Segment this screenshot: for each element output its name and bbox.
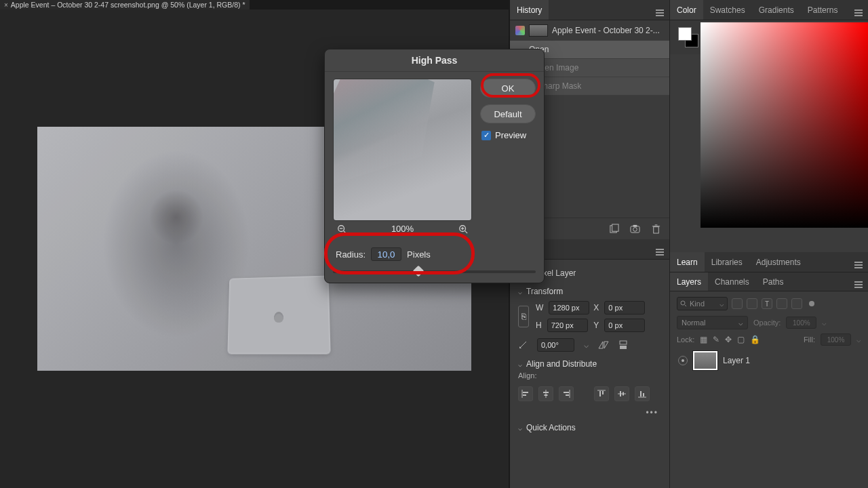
- layer-kind-filter[interactable]: Kind ⌵: [677, 297, 728, 310]
- foreground-color-swatch[interactable]: [678, 27, 692, 41]
- color-field[interactable]: [701, 22, 868, 228]
- trash-icon[interactable]: [651, 224, 661, 234]
- angle-input[interactable]: [537, 338, 574, 352]
- new-document-icon[interactable]: [609, 224, 619, 234]
- y-input[interactable]: [604, 319, 645, 332]
- history-snapshot-row[interactable]: Apple Event - October 30 2-...: [510, 20, 669, 41]
- y-label: Y: [593, 321, 599, 330]
- svg-rect-15: [620, 341, 627, 344]
- slider-thumb[interactable]: [412, 266, 424, 277]
- zoom-level-label: 100%: [391, 224, 414, 234]
- history-panel-tabs: History: [510, 0, 669, 20]
- layer-row[interactable]: Layer 1: [677, 346, 861, 375]
- ok-button[interactable]: OK: [480, 79, 536, 98]
- lock-artboard-icon[interactable]: ▢: [737, 335, 745, 344]
- link-wh-icon[interactable]: ⎘: [518, 306, 529, 327]
- tab-patterns[interactable]: Patterns: [801, 0, 845, 20]
- opacity-value[interactable]: 100%: [786, 317, 816, 329]
- default-button[interactable]: Default: [480, 104, 536, 123]
- angle-dropdown-icon[interactable]: ⌵: [584, 340, 589, 350]
- align-bottom-icon[interactable]: [635, 386, 650, 401]
- lock-position-icon[interactable]: ✥: [725, 335, 732, 344]
- svg-rect-19: [523, 394, 526, 396]
- transform-section-header[interactable]: Transform: [518, 281, 661, 299]
- history-brush-icon: [515, 26, 525, 35]
- lock-transparency-icon[interactable]: ▦: [700, 335, 707, 344]
- filter-type-icon[interactable]: T: [762, 298, 772, 309]
- blend-mode-select[interactable]: Normal⌵: [677, 316, 748, 329]
- filter-smartobj-icon[interactable]: [791, 298, 802, 309]
- panel-menu-icon[interactable]: [650, 243, 669, 256]
- more-options-icon[interactable]: •••: [518, 405, 661, 418]
- align-sublabel: Align:: [518, 371, 661, 382]
- camera-icon[interactable]: [630, 224, 640, 234]
- radius-input[interactable]: [371, 247, 401, 261]
- image-content-laptop: [227, 276, 330, 354]
- fill-value[interactable]: 100%: [821, 333, 851, 346]
- radius-slider[interactable]: [333, 270, 536, 273]
- align-right-icon[interactable]: [559, 386, 574, 401]
- svg-rect-22: [545, 394, 548, 396]
- panel-menu-icon[interactable]: [849, 275, 868, 288]
- lock-pixels-icon[interactable]: ✎: [713, 335, 719, 344]
- flip-horizontal-icon[interactable]: [598, 340, 609, 350]
- x-label: X: [593, 303, 599, 312]
- tab-swatches[interactable]: Swatches: [703, 0, 752, 20]
- width-input[interactable]: [549, 301, 589, 314]
- tab-gradients[interactable]: Gradients: [752, 0, 801, 20]
- properties-panel-body: Pixel Layer Transform ⎘ W H X Y ⌵ Align …: [510, 260, 669, 441]
- filter-shape-icon[interactable]: [776, 298, 787, 309]
- foreground-background-swatch[interactable]: [678, 27, 698, 47]
- svg-rect-16: [620, 346, 627, 349]
- opacity-label: Opacity:: [753, 319, 781, 327]
- panel-menu-icon[interactable]: [849, 256, 868, 268]
- lock-label: Lock:: [677, 336, 694, 344]
- preview-checkbox[interactable]: ✓: [481, 131, 491, 140]
- filter-pixel-icon[interactable]: [732, 298, 743, 309]
- layer-name[interactable]: Layer 1: [723, 356, 750, 365]
- kind-label: Kind: [690, 300, 705, 308]
- tab-history[interactable]: History: [510, 0, 549, 20]
- panel-menu-icon[interactable]: [650, 3, 669, 16]
- align-section-header[interactable]: Align and Distribute: [518, 354, 661, 371]
- chevron-down-icon[interactable]: ⌵: [822, 319, 827, 327]
- svg-rect-30: [620, 391, 621, 396]
- h-label: H: [536, 321, 542, 330]
- tab-channels[interactable]: Channels: [708, 272, 756, 291]
- tab-layers[interactable]: Layers: [670, 272, 708, 291]
- align-top-icon[interactable]: [594, 386, 609, 401]
- align-hcenter-icon[interactable]: [538, 386, 553, 401]
- x-input[interactable]: [604, 301, 645, 314]
- layer-thumbnail[interactable]: [693, 351, 717, 370]
- zoom-in-icon[interactable]: [458, 224, 468, 234]
- high-pass-dialog: High Pass 100% OK Default ✓ Preview Radi…: [324, 49, 545, 283]
- rotate-icon: [518, 340, 528, 350]
- history-thumbnail: [529, 24, 548, 37]
- svg-rect-11: [633, 225, 637, 227]
- panel-menu-icon[interactable]: [849, 3, 868, 16]
- filter-preview-thumbnail[interactable]: [333, 79, 472, 221]
- svg-point-35: [681, 301, 685, 305]
- preview-label: Preview: [495, 130, 526, 140]
- flip-vertical-icon[interactable]: [618, 340, 628, 350]
- tab-paths[interactable]: Paths: [756, 272, 791, 291]
- zoom-out-icon[interactable]: [337, 224, 347, 234]
- tab-adjustments[interactable]: Adjustments: [749, 252, 808, 272]
- history-doc-name: Apple Event - October 30 2-...: [552, 26, 660, 35]
- tab-learn[interactable]: Learn: [670, 252, 705, 272]
- lock-all-icon[interactable]: 🔒: [750, 335, 760, 344]
- quick-actions-header[interactable]: Quick Actions: [518, 418, 661, 435]
- chevron-down-icon[interactable]: ⌵: [856, 336, 861, 344]
- align-left-icon[interactable]: [518, 386, 533, 401]
- close-tab-icon[interactable]: ×: [4, 1, 8, 9]
- tab-libraries[interactable]: Libraries: [705, 252, 749, 272]
- filter-adjustment-icon[interactable]: [747, 298, 757, 309]
- document-title: Apple Event – October 30 2-47 screenshot…: [11, 1, 245, 9]
- tab-color[interactable]: Color: [670, 0, 703, 20]
- visibility-toggle-icon[interactable]: [678, 356, 688, 365]
- height-input[interactable]: [547, 319, 588, 332]
- svg-rect-25: [566, 394, 569, 396]
- align-vcenter-icon[interactable]: [614, 386, 629, 401]
- filter-toggle-icon[interactable]: [809, 301, 814, 306]
- document-tab[interactable]: × Apple Event – October 30 2-47 screensh…: [0, 0, 250, 9]
